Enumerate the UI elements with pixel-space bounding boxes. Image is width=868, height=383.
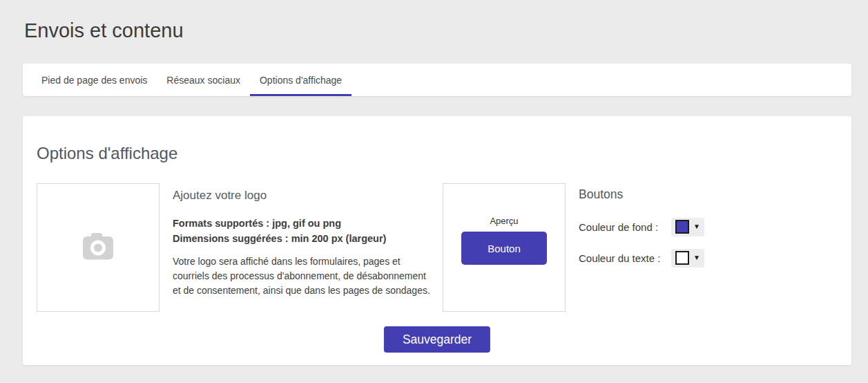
save-button[interactable]: Sauvegarder xyxy=(384,326,490,353)
text-color-picker[interactable]: ▼ xyxy=(671,249,704,268)
background-color-row: Couleur de fond : ▼ xyxy=(579,217,704,236)
logo-info: Ajoutez votre logo Formats supportés : j… xyxy=(173,189,436,298)
page-title: Envois et contenu xyxy=(24,19,184,42)
section-title: Options d'affichage xyxy=(37,144,177,163)
dropdown-caret-icon: ▼ xyxy=(693,223,700,230)
buttons-settings: Boutons Couleur de fond : ▼ Couleur du t… xyxy=(579,187,704,268)
camera-icon xyxy=(82,232,114,263)
text-color-swatch xyxy=(675,251,689,265)
logo-formats: Formats supportés : jpg, gif ou png xyxy=(173,216,436,231)
page: Envois et contenu Pied de page des envoi… xyxy=(0,0,868,383)
tab-options-affichage[interactable]: Options d'affichage xyxy=(250,64,351,96)
text-color-label: Couleur du texte : xyxy=(579,252,664,264)
button-preview-box: Aperçu Bouton xyxy=(443,183,566,312)
dropdown-caret-icon: ▼ xyxy=(693,254,700,261)
preview-button: Bouton xyxy=(461,232,547,265)
logo-heading: Ajoutez votre logo xyxy=(173,189,436,203)
logo-requirements: Formats supportés : jpg, gif ou png Dime… xyxy=(173,216,436,246)
background-color-swatch xyxy=(675,220,689,234)
buttons-heading: Boutons xyxy=(579,187,704,202)
text-color-row: Couleur du texte : ▼ xyxy=(579,248,704,268)
logo-dimensions: Dimensions suggérées : min 200 px (large… xyxy=(173,231,436,246)
options-affichage-card: Options d'affichage Ajoutez votre logo F… xyxy=(23,116,851,365)
logo-description: Votre logo sera affiché dans les formula… xyxy=(173,254,436,298)
tab-reseaux-sociaux[interactable]: Réseaux sociaux xyxy=(157,64,250,96)
tab-bar: Pied de page des envois Réseaux sociaux … xyxy=(23,64,851,96)
preview-label: Aperçu xyxy=(490,216,518,226)
background-color-label: Couleur de fond : xyxy=(579,221,664,233)
logo-upload-dropzone[interactable] xyxy=(37,183,160,312)
background-color-picker[interactable]: ▼ xyxy=(671,218,704,236)
tab-pied-de-page-des-envois[interactable]: Pied de page des envois xyxy=(32,64,157,96)
